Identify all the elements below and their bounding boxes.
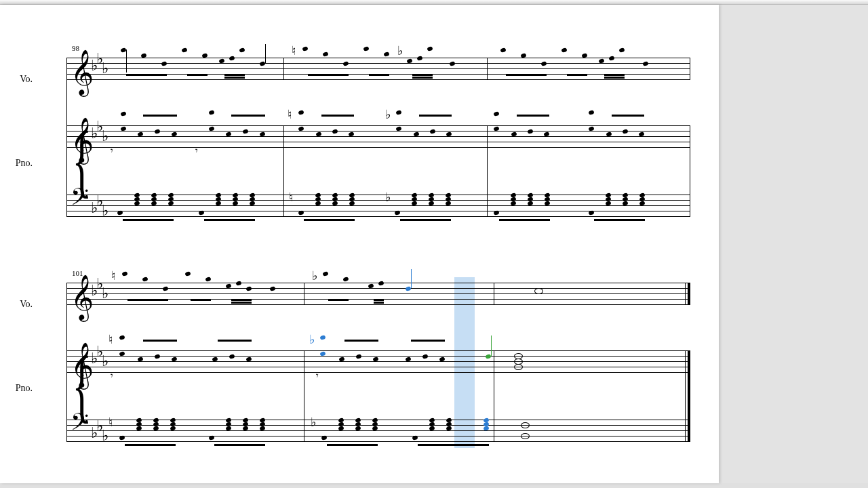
barline — [690, 58, 690, 79]
right-gutter — [719, 5, 868, 483]
part-label-voice: Vo. — [12, 299, 33, 310]
system-2: 101 Vo. Pno. { 𝄞 ♭♭♭ ♮ — [39, 269, 690, 445]
barline — [685, 350, 686, 441]
barline — [494, 350, 494, 441]
part-label-voice: Vo. — [12, 74, 33, 85]
barline — [690, 125, 690, 216]
system-barline-start — [66, 58, 67, 216]
barline — [487, 125, 488, 216]
final-barline — [688, 283, 690, 304]
barline — [494, 283, 494, 304]
barline — [283, 58, 284, 79]
barline — [487, 58, 488, 79]
window-titlebar — [0, 0, 868, 5]
score-page[interactable]: 98 Vo. Pno. { 𝄞 ♭♭♭ — [0, 5, 719, 483]
barline — [304, 283, 304, 304]
part-label-piano: Pno. — [12, 158, 33, 169]
barline — [304, 350, 304, 441]
barline — [685, 283, 686, 304]
final-barline — [688, 350, 690, 441]
part-label-piano: Pno. — [12, 383, 33, 394]
system-barline-start — [66, 283, 67, 441]
barline — [283, 125, 284, 216]
playback-cursor — [454, 277, 475, 448]
system-1: 98 Vo. Pno. { 𝄞 ♭♭♭ — [39, 44, 690, 220]
